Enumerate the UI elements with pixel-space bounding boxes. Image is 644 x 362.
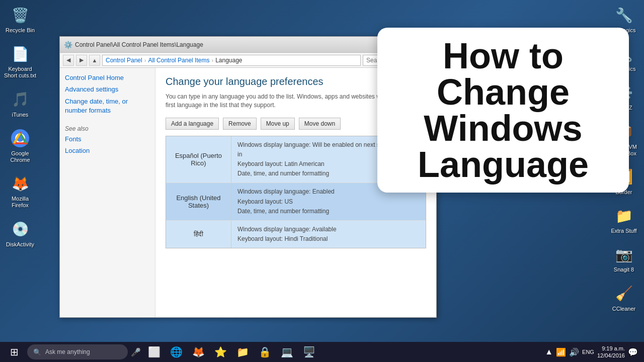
- diskactivity-image: 💿: [10, 219, 30, 239]
- recycle-bin-image: 🗑️: [10, 5, 30, 25]
- tray-time-value: 9:19 a.m.: [597, 345, 625, 352]
- sidebar-fonts[interactable]: Fonts: [65, 135, 150, 143]
- taskbar-app-ie[interactable]: 🌐: [166, 342, 186, 362]
- itunes-icon[interactable]: 🎵 iTunes: [3, 89, 38, 118]
- overlay-line4: Language: [392, 146, 614, 183]
- itunes-image: 🎵: [10, 89, 30, 110]
- hindi-details: Windows display language: Available Keyb…: [231, 221, 426, 248]
- firefox-label: Mozilla Firefox: [3, 196, 38, 209]
- taskbar-apps: ⬜ 🌐 🦊 ⭐ 📁 🔒 💻 🖥️: [144, 342, 542, 362]
- tray-date-value: 12/04/2016: [597, 352, 625, 359]
- extra-stuff-image: 📁: [614, 206, 634, 226]
- window-title-text: Control Panel\All Control Panel Items\La…: [75, 41, 203, 48]
- auslogics1-image: 🔧: [614, 5, 634, 25]
- taskbar-app-display[interactable]: 💻: [277, 342, 297, 362]
- sidebar-change-date-time[interactable]: Change date, time, or number formats: [65, 97, 150, 115]
- taskbar-search-box[interactable]: 🔍: [27, 344, 128, 359]
- firefox-icon[interactable]: 🦊 Mozilla Firefox: [3, 173, 38, 209]
- ccleaner-icon[interactable]: 🧹 CCleaner: [606, 284, 641, 312]
- ccleaner-label: CCleaner: [612, 306, 635, 312]
- move-down-button[interactable]: Move down: [299, 118, 341, 130]
- diskactivity-label: DiskActivity: [6, 241, 34, 248]
- taskbar-mic-icon[interactable]: 🎤: [131, 347, 141, 357]
- spanish-detail1: Windows display language: Will be enable…: [237, 140, 389, 159]
- start-button[interactable]: ⊞: [4, 342, 24, 362]
- window-icon: ⚙️: [64, 41, 72, 49]
- snagit-icon[interactable]: 📷 Snagit 8: [606, 244, 641, 273]
- ccleaner-image: 🧹: [614, 284, 634, 304]
- tray-clock: 9:19 a.m. 12/04/2016: [597, 345, 625, 359]
- tray-language[interactable]: ENG: [582, 349, 594, 355]
- tray-network-icon[interactable]: 📶: [556, 347, 566, 357]
- overlay-line1: How to: [392, 38, 614, 74]
- overlay-line3: Windows: [392, 110, 614, 146]
- hindi-detail2: Keyboard layout: Hindi Traditional: [237, 234, 420, 244]
- tray-notification-icon[interactable]: 💬: [628, 347, 638, 357]
- chrome-label: Google Chrome: [3, 150, 38, 163]
- desktop-icons-left: 🗑️ Recycle Bin 📄 Keyboard Short cuts.txt…: [0, 0, 40, 253]
- hindi-detail1: Windows display language: Available: [237, 225, 420, 234]
- spanish-detail3: Date, time, and number formatting: [237, 169, 389, 178]
- taskbar-app-firefox[interactable]: 🦊: [188, 342, 208, 362]
- taskbar-tray: ▲ 📶 🔊 ENG 9:19 a.m. 12/04/2016 💬: [545, 345, 640, 359]
- google-chrome-icon[interactable]: Google Chrome: [3, 128, 38, 163]
- sidebar-location[interactable]: Location: [65, 147, 150, 154]
- breadcrumb-control-panel[interactable]: Control Panel: [106, 57, 142, 64]
- taskbar-app-edge[interactable]: ⭐: [210, 342, 230, 362]
- diskactivity-icon[interactable]: 💿 DiskActivity: [3, 219, 38, 248]
- spanish-name: Español (Puerto Rico): [166, 136, 231, 183]
- recycle-bin-icon[interactable]: 🗑️ Recycle Bin: [3, 5, 38, 34]
- taskbar: ⊞ 🔍 🎤 ⬜ 🌐 🦊 ⭐ 📁 🔒 💻 🖥️ ▲ 📶 🔊 ENG 9:19 a.…: [0, 342, 644, 362]
- sidebar-advanced-settings[interactable]: Advanced settings: [65, 85, 150, 93]
- snagit-label: Snagit 8: [614, 266, 634, 273]
- forward-button[interactable]: ▶: [76, 55, 87, 66]
- snagit-image: 📷: [614, 244, 634, 264]
- breadcrumb-sep-1: ›: [144, 57, 146, 63]
- extra-stuff-icon[interactable]: 📁 Extra Stuff: [606, 206, 641, 234]
- breadcrumb-language: Language: [215, 57, 242, 64]
- window-title-area: ⚙️ Control Panel\All Control Panel Items…: [64, 41, 203, 49]
- remove-button[interactable]: Remove: [223, 118, 257, 130]
- see-also-heading: See also: [65, 125, 150, 132]
- taskbar-app-folder[interactable]: 📁: [232, 342, 253, 362]
- move-up-button[interactable]: Move up: [261, 118, 295, 130]
- language-item-hindi[interactable]: हिंदी Windows display language: Availabl…: [166, 221, 426, 248]
- recycle-bin-label: Recycle Bin: [6, 27, 35, 34]
- keyboard-image: 📄: [10, 44, 30, 64]
- add-language-button[interactable]: Add a language: [166, 118, 219, 130]
- spanish-detail2: Keyboard layout: Latin American: [237, 159, 389, 169]
- windows-logo-icon: ⊞: [10, 346, 19, 358]
- english-detail3: Date, time, and number formatting: [237, 207, 420, 216]
- hindi-name: हिंदी: [166, 221, 231, 248]
- firefox-image: 🦊: [10, 173, 30, 194]
- desktop: 🗑️ Recycle Bin 📄 Keyboard Short cuts.txt…: [0, 0, 644, 362]
- address-path[interactable]: Control Panel › All Control Panel Items …: [102, 55, 361, 66]
- itunes-label: iTunes: [12, 112, 29, 118]
- tray-volume-icon[interactable]: 🔊: [569, 347, 579, 357]
- taskbar-app-screen[interactable]: 🖥️: [299, 342, 319, 362]
- overlay-text-box: How to Change Windows Language: [377, 28, 629, 193]
- up-button[interactable]: ▲: [89, 55, 100, 66]
- sidebar: Control Panel Home Advanced settings Cha…: [60, 68, 155, 317]
- keyboard-shortcuts-icon[interactable]: 📄 Keyboard Short cuts.txt: [3, 44, 38, 79]
- chrome-image: [10, 128, 30, 148]
- taskbar-app-task-view[interactable]: ⬜: [144, 342, 164, 362]
- english-detail2: Keyboard layout: US: [237, 197, 420, 207]
- tray-chevron-icon[interactable]: ▲: [545, 347, 553, 356]
- extra-stuff-label: Extra Stuff: [611, 228, 636, 234]
- breadcrumb-all-items[interactable]: All Control Panel Items: [148, 57, 209, 64]
- overlay-line2: Change: [392, 74, 614, 110]
- sidebar-control-panel-home[interactable]: Control Panel Home: [65, 74, 150, 81]
- keyboard-label: Keyboard Short cuts.txt: [3, 66, 38, 79]
- back-button[interactable]: ◀: [63, 55, 74, 66]
- taskbar-search-input[interactable]: [45, 348, 121, 355]
- taskbar-app-lock[interactable]: 🔒: [255, 342, 275, 362]
- breadcrumb-sep-2: ›: [211, 57, 213, 63]
- spanish-details: Windows display language: Will be enable…: [231, 136, 395, 183]
- english-name: English (United States): [166, 183, 231, 220]
- search-icon: 🔍: [33, 348, 41, 356]
